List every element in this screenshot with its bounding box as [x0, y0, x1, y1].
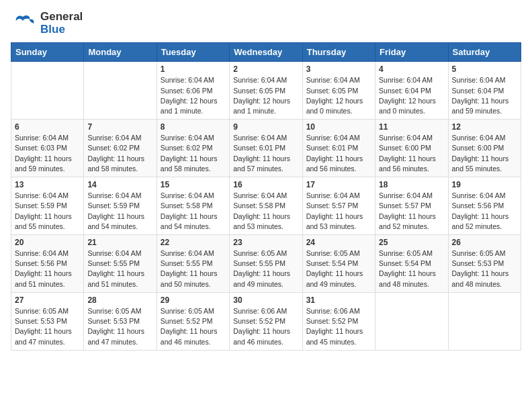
day-info: Sunrise: 6:04 AM Sunset: 5:55 PM Dayligh… [161, 248, 226, 289]
day-cell [375, 292, 448, 350]
day-number: 11 [379, 122, 444, 132]
day-info: Sunrise: 6:04 AM Sunset: 5:56 PM Dayligh… [452, 191, 517, 232]
day-info: Sunrise: 6:04 AM Sunset: 6:03 PM Dayligh… [15, 133, 80, 174]
day-info: Sunrise: 6:06 AM Sunset: 5:52 PM Dayligh… [306, 306, 371, 347]
day-info: Sunrise: 6:04 AM Sunset: 6:05 PM Dayligh… [306, 75, 371, 116]
day-number: 17 [306, 180, 371, 189]
day-info: Sunrise: 6:05 AM Sunset: 5:53 PM Dayligh… [87, 306, 152, 347]
day-cell: 31Sunrise: 6:06 AM Sunset: 5:52 PM Dayli… [302, 292, 375, 350]
day-info: Sunrise: 6:04 AM Sunset: 5:57 PM Dayligh… [379, 191, 444, 232]
day-info: Sunrise: 6:04 AM Sunset: 6:04 PM Dayligh… [379, 75, 444, 116]
day-cell: 20Sunrise: 6:04 AM Sunset: 5:56 PM Dayli… [11, 235, 84, 293]
day-cell: 17Sunrise: 6:04 AM Sunset: 5:57 PM Dayli… [302, 177, 375, 235]
day-info: Sunrise: 6:04 AM Sunset: 5:55 PM Dayligh… [87, 248, 152, 289]
day-cell: 25Sunrise: 6:05 AM Sunset: 5:54 PM Dayli… [375, 235, 448, 293]
weekday-header-thursday: Thursday [302, 43, 375, 62]
day-cell: 4Sunrise: 6:04 AM Sunset: 6:04 PM Daylig… [375, 62, 448, 120]
day-info: Sunrise: 6:05 AM Sunset: 5:54 PM Dayligh… [379, 248, 444, 289]
day-number: 19 [452, 180, 517, 189]
day-info: Sunrise: 6:04 AM Sunset: 6:06 PM Dayligh… [161, 75, 226, 116]
day-info: Sunrise: 6:04 AM Sunset: 5:59 PM Dayligh… [87, 191, 152, 232]
day-info: Sunrise: 6:05 AM Sunset: 5:53 PM Dayligh… [452, 248, 517, 289]
day-cell: 11Sunrise: 6:04 AM Sunset: 6:00 PM Dayli… [375, 120, 448, 177]
day-info: Sunrise: 6:04 AM Sunset: 5:58 PM Dayligh… [161, 191, 226, 232]
day-cell: 7Sunrise: 6:04 AM Sunset: 6:02 PM Daylig… [84, 120, 157, 177]
day-cell [84, 62, 157, 120]
day-cell: 16Sunrise: 6:04 AM Sunset: 5:58 PM Dayli… [230, 177, 302, 235]
day-info: Sunrise: 6:04 AM Sunset: 6:00 PM Dayligh… [379, 133, 444, 174]
day-cell: 10Sunrise: 6:04 AM Sunset: 6:01 PM Dayli… [302, 120, 375, 177]
day-number: 30 [233, 295, 298, 305]
weekday-header-wednesday: Wednesday [230, 43, 302, 62]
day-cell: 27Sunrise: 6:05 AM Sunset: 5:53 PM Dayli… [11, 292, 84, 350]
day-info: Sunrise: 6:04 AM Sunset: 6:02 PM Dayligh… [161, 133, 226, 174]
day-number: 18 [379, 180, 444, 189]
day-cell: 14Sunrise: 6:04 AM Sunset: 5:59 PM Dayli… [84, 177, 157, 235]
day-number: 23 [233, 238, 298, 247]
day-info: Sunrise: 6:04 AM Sunset: 6:02 PM Dayligh… [87, 133, 152, 174]
page-header: General Blue [11, 11, 521, 36]
day-cell: 29Sunrise: 6:05 AM Sunset: 5:52 PM Dayli… [157, 292, 229, 350]
day-cell: 2Sunrise: 6:04 AM Sunset: 6:05 PM Daylig… [230, 62, 302, 120]
day-number: 3 [306, 64, 371, 74]
day-number: 28 [87, 295, 152, 305]
day-cell: 12Sunrise: 6:04 AM Sunset: 6:00 PM Dayli… [448, 120, 521, 177]
day-number: 6 [15, 122, 80, 132]
day-cell: 26Sunrise: 6:05 AM Sunset: 5:53 PM Dayli… [448, 235, 521, 293]
day-info: Sunrise: 6:05 AM Sunset: 5:52 PM Dayligh… [161, 306, 226, 347]
day-number: 8 [161, 122, 226, 132]
day-info: Sunrise: 6:04 AM Sunset: 6:01 PM Dayligh… [306, 133, 371, 174]
day-cell: 1Sunrise: 6:04 AM Sunset: 6:06 PM Daylig… [157, 62, 229, 120]
day-number: 14 [87, 180, 152, 189]
day-number: 26 [452, 238, 517, 247]
day-cell: 13Sunrise: 6:04 AM Sunset: 5:59 PM Dayli… [11, 177, 84, 235]
day-number: 25 [379, 238, 444, 247]
day-info: Sunrise: 6:04 AM Sunset: 5:56 PM Dayligh… [15, 248, 80, 289]
week-row-2: 6Sunrise: 6:04 AM Sunset: 6:03 PM Daylig… [11, 120, 521, 177]
week-row-5: 27Sunrise: 6:05 AM Sunset: 5:53 PM Dayli… [11, 292, 521, 350]
day-number: 24 [306, 238, 371, 247]
day-info: Sunrise: 6:04 AM Sunset: 5:57 PM Dayligh… [306, 191, 371, 232]
day-number: 16 [233, 180, 298, 189]
day-cell: 30Sunrise: 6:06 AM Sunset: 5:52 PM Dayli… [230, 292, 302, 350]
day-number: 2 [233, 64, 298, 74]
day-number: 1 [161, 64, 226, 74]
day-cell: 22Sunrise: 6:04 AM Sunset: 5:55 PM Dayli… [157, 235, 229, 293]
day-number: 15 [161, 180, 226, 189]
logo-text-general: General [40, 11, 83, 24]
day-number: 7 [87, 122, 152, 132]
day-info: Sunrise: 6:04 AM Sunset: 6:00 PM Dayligh… [452, 133, 517, 174]
day-number: 12 [452, 122, 517, 132]
day-info: Sunrise: 6:04 AM Sunset: 6:01 PM Dayligh… [233, 133, 298, 174]
day-cell: 9Sunrise: 6:04 AM Sunset: 6:01 PM Daylig… [230, 120, 302, 177]
calendar-table: SundayMondayTuesdayWednesdayThursdayFrid… [11, 42, 521, 350]
day-number: 21 [87, 238, 152, 247]
weekday-header-friday: Friday [375, 43, 448, 62]
day-info: Sunrise: 6:05 AM Sunset: 5:55 PM Dayligh… [233, 248, 298, 289]
day-cell: 15Sunrise: 6:04 AM Sunset: 5:58 PM Dayli… [157, 177, 229, 235]
day-number: 31 [306, 295, 371, 305]
day-number: 20 [15, 238, 80, 247]
day-number: 4 [379, 64, 444, 74]
week-row-3: 13Sunrise: 6:04 AM Sunset: 5:59 PM Dayli… [11, 177, 521, 235]
day-info: Sunrise: 6:05 AM Sunset: 5:54 PM Dayligh… [306, 248, 371, 289]
day-number: 13 [15, 180, 80, 189]
day-info: Sunrise: 6:04 AM Sunset: 6:04 PM Dayligh… [452, 75, 517, 116]
day-cell: 3Sunrise: 6:04 AM Sunset: 6:05 PM Daylig… [302, 62, 375, 120]
day-number: 22 [161, 238, 226, 247]
day-cell: 21Sunrise: 6:04 AM Sunset: 5:55 PM Dayli… [84, 235, 157, 293]
weekday-header-tuesday: Tuesday [157, 43, 229, 62]
day-cell [448, 292, 521, 350]
day-info: Sunrise: 6:04 AM Sunset: 6:05 PM Dayligh… [233, 75, 298, 116]
logo-text-blue: Blue [40, 24, 83, 36]
day-cell: 23Sunrise: 6:05 AM Sunset: 5:55 PM Dayli… [230, 235, 302, 293]
day-number: 9 [233, 122, 298, 132]
weekday-header-row: SundayMondayTuesdayWednesdayThursdayFrid… [11, 43, 521, 62]
day-number: 27 [15, 295, 80, 305]
logo-bird-icon [11, 11, 35, 36]
day-number: 5 [452, 64, 517, 74]
weekday-header-sunday: Sunday [11, 43, 84, 62]
weekday-header-saturday: Saturday [448, 43, 521, 62]
day-info: Sunrise: 6:04 AM Sunset: 5:58 PM Dayligh… [233, 191, 298, 232]
day-cell: 6Sunrise: 6:04 AM Sunset: 6:03 PM Daylig… [11, 120, 84, 177]
